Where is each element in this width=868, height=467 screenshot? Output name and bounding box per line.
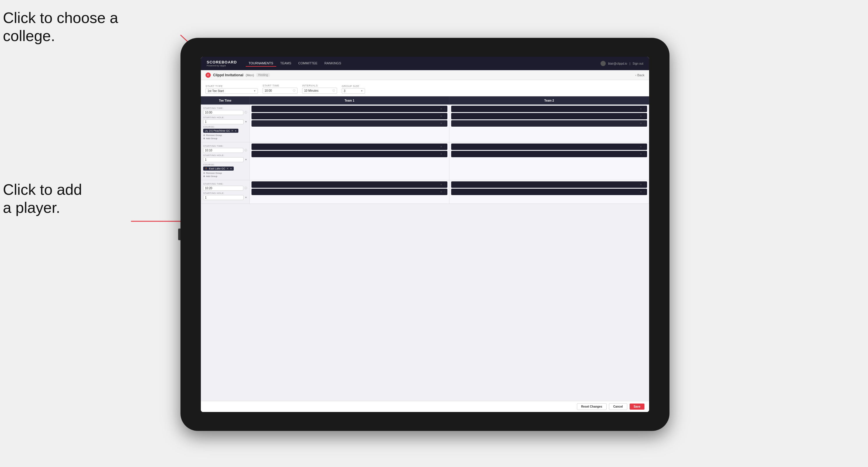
slot-x-icon-1-2[interactable]: ✕ bbox=[440, 115, 442, 118]
slot-actions-r2-2-2: ✕ ⋮ bbox=[640, 153, 646, 155]
starting-hole-input-3[interactable] bbox=[203, 195, 244, 200]
player-slot-1-1[interactable]: ✕ ⋮ bbox=[251, 106, 447, 112]
group-size-select[interactable]: 3 ▼ bbox=[342, 88, 365, 94]
nav-logo-sub: Powered by clippd bbox=[207, 64, 237, 67]
slot-chevron-icon-1-3[interactable]: ⋮ bbox=[443, 122, 446, 125]
remove-group-icon-2: ⊖ bbox=[203, 172, 205, 175]
slot-x-icon-r2-2-1[interactable]: ✕ bbox=[640, 145, 642, 148]
add-group-label-2: Add Group bbox=[206, 175, 217, 178]
slot-x-icon-r2-1-2[interactable]: ✕ bbox=[440, 153, 442, 155]
start-time-input[interactable]: 10:00 ⓘ bbox=[262, 88, 298, 94]
nav-user-email: blair@clippd.io bbox=[608, 62, 627, 65]
slot-actions-r3-2-2: ✕ ⋮ bbox=[640, 190, 646, 193]
save-button[interactable]: Save bbox=[630, 404, 645, 410]
add-group-btn-2[interactable]: ⊕ Add Group bbox=[203, 175, 247, 178]
slot-x-icon-r2-2-2[interactable]: ✕ bbox=[640, 153, 642, 155]
slot-chevron-icon-r2-2-1[interactable]: ⋮ bbox=[643, 145, 646, 148]
slot-chevron-icon-1-1[interactable]: ⋮ bbox=[443, 107, 446, 110]
player-slot-1-3[interactable]: ✕ ⋮ bbox=[251, 120, 447, 127]
slot-x-icon-2-2[interactable]: ✕ bbox=[640, 115, 642, 118]
cancel-button[interactable]: Cancel bbox=[609, 403, 627, 410]
slot-actions-1-3: ✕ ⋮ bbox=[440, 122, 446, 125]
remove-group-label-1: Remove Group bbox=[206, 134, 222, 136]
course-tag-2[interactable]: 🏌 East Lake GC ✕ ▼ bbox=[203, 166, 234, 170]
slot-chevron-icon-2-2[interactable]: ⋮ bbox=[643, 115, 646, 118]
player-slot-r3-2-2[interactable]: ✕ ⋮ bbox=[451, 189, 647, 195]
slot-x-icon-r3-1-1[interactable]: ✕ bbox=[440, 183, 442, 186]
th-team2: Team 2 bbox=[450, 96, 649, 104]
slot-actions-r2-2-1: ✕ ⋮ bbox=[640, 145, 646, 148]
slot-x-icon-r3-1-2[interactable]: ✕ bbox=[440, 190, 442, 193]
sub-header-left: C Clippd Invitational (Men) Hosting bbox=[206, 72, 270, 78]
nav-link-rankings[interactable]: RANKINGS bbox=[322, 60, 344, 67]
slot-x-icon-2-3[interactable]: ✕ bbox=[640, 122, 642, 125]
nav-sign-out[interactable]: Sign out bbox=[632, 62, 643, 65]
slot-actions-2-3: ✕ ⋮ bbox=[640, 122, 646, 125]
slot-x-icon-r3-2-1[interactable]: ✕ bbox=[640, 183, 642, 186]
slot-chevron-icon-r3-2-2[interactable]: ⋮ bbox=[643, 190, 646, 193]
player-slot-1-2[interactable]: ✕ ⋮ bbox=[251, 113, 447, 119]
starting-time-input-3[interactable] bbox=[203, 186, 243, 191]
group-size-chevron-icon: ▼ bbox=[361, 90, 363, 92]
slot-x-icon-2-1[interactable]: ✕ bbox=[640, 107, 642, 110]
start-time-group: Start Time 10:00 ⓘ bbox=[262, 84, 298, 94]
course-chevron-icon-1[interactable]: ▼ bbox=[235, 130, 237, 132]
start-time-label: Start Time bbox=[262, 84, 298, 87]
nav-links: TOURNAMENTS TEAMS COMMITTEE RANKINGS bbox=[246, 60, 600, 67]
remove-group-btn-1[interactable]: ⊖ Remove Group bbox=[203, 134, 247, 136]
sh-label-2: STARTING HOLE: bbox=[203, 154, 247, 157]
tablet-screen: SCOREBOARD Powered by clippd TOURNAMENTS… bbox=[201, 57, 649, 412]
nav-link-teams[interactable]: TEAMS bbox=[277, 60, 294, 67]
slot-x-icon-r2-1-1[interactable]: ✕ bbox=[440, 145, 442, 148]
course-remove-icon-1[interactable]: ✕ bbox=[231, 129, 234, 132]
player-slot-r2-2-2[interactable]: ✕ ⋮ bbox=[451, 151, 647, 157]
course-name-1: (A) Peachtree GC bbox=[209, 129, 230, 132]
slot-chevron-icon-r2-1-1[interactable]: ⋮ bbox=[443, 145, 446, 148]
slot-chevron-icon-r2-2-2[interactable]: ⋮ bbox=[643, 153, 646, 155]
add-group-btn-1[interactable]: ⊕ Add Group bbox=[203, 137, 247, 140]
nav-link-tournaments[interactable]: TOURNAMENTS bbox=[246, 60, 276, 67]
player-slot-r2-1-2[interactable]: ✕ ⋮ bbox=[251, 151, 447, 157]
slot-chevron-icon-r3-2-1[interactable]: ⋮ bbox=[643, 183, 646, 186]
course-tag-1[interactable]: (A) (A) Peachtree GC ✕ ▼ bbox=[203, 129, 238, 133]
player-slot-2-3[interactable]: ✕ ⋮ bbox=[451, 120, 647, 127]
player-slot-r3-2-1[interactable]: ✕ ⋮ bbox=[451, 181, 647, 188]
player-slot-2-1[interactable]: ✕ ⋮ bbox=[451, 106, 647, 112]
slot-x-icon-r3-2-2[interactable]: ✕ bbox=[640, 190, 642, 193]
remove-group-btn-2[interactable]: ⊖ Remove Group bbox=[203, 172, 247, 175]
player-slot-r3-1-1[interactable]: ✕ ⋮ bbox=[251, 181, 447, 188]
course-remove-icon-2[interactable]: ✕ bbox=[226, 167, 229, 170]
nav-bar: SCOREBOARD Powered by clippd TOURNAMENTS… bbox=[201, 57, 649, 70]
starting-time-input-2[interactable] bbox=[203, 148, 243, 153]
starting-hole-input-2[interactable] bbox=[203, 157, 244, 162]
slot-chevron-icon-r3-1-2[interactable]: ⋮ bbox=[443, 190, 446, 193]
slot-chevron-icon-1-2[interactable]: ⋮ bbox=[443, 115, 446, 118]
form-row: Start Type 1st Tee Start ▼ Start Time 10… bbox=[201, 80, 649, 96]
starting-time-input-1[interactable] bbox=[203, 110, 243, 115]
player-slot-r2-1-1[interactable]: ✕ ⋮ bbox=[251, 144, 447, 150]
team2-cell-3: ✕ ⋮ ✕ ⋮ bbox=[450, 180, 649, 204]
intervals-select[interactable]: 10 Minutes ⓘ bbox=[302, 88, 337, 94]
nav-link-committee[interactable]: COMMITTEE bbox=[296, 60, 320, 67]
slot-chevron-icon-2-1[interactable]: ⋮ bbox=[643, 107, 646, 110]
slot-chevron-icon-r2-1-2[interactable]: ⋮ bbox=[443, 153, 446, 155]
start-type-select[interactable]: 1st Tee Start ▼ bbox=[206, 88, 258, 94]
slot-x-icon-1-3[interactable]: ✕ bbox=[440, 122, 442, 125]
slot-x-icon-1-1[interactable]: ✕ bbox=[440, 107, 442, 110]
player-slot-r3-1-2[interactable]: ✕ ⋮ bbox=[251, 189, 447, 195]
starting-time-row-3: ⓘ bbox=[203, 186, 247, 191]
sub-header: C Clippd Invitational (Men) Hosting ‹ Ba… bbox=[201, 70, 649, 80]
slot-chevron-icon-2-3[interactable]: ⋮ bbox=[643, 122, 646, 125]
course-name-2: East Lake GC bbox=[209, 167, 225, 170]
back-button[interactable]: ‹ Back bbox=[636, 73, 645, 77]
player-slot-2-2[interactable]: ✕ ⋮ bbox=[451, 113, 647, 119]
starting-hole-input-1[interactable] bbox=[203, 119, 244, 124]
annotation-add-player: Click to add a player. bbox=[3, 181, 82, 217]
course-chevron-icon-2[interactable]: ▼ bbox=[230, 168, 232, 170]
slot-actions-r3-1-2: ✕ ⋮ bbox=[440, 190, 446, 193]
player-slot-r2-2-1[interactable]: ✕ ⋮ bbox=[451, 144, 647, 150]
slot-actions-2-2: ✕ ⋮ bbox=[640, 115, 646, 118]
slot-chevron-icon-r3-1-1[interactable]: ⋮ bbox=[443, 183, 446, 186]
team2-cell-2: ✕ ⋮ ✕ ⋮ bbox=[450, 143, 649, 180]
reset-changes-button[interactable]: Reset Changes bbox=[577, 403, 607, 410]
